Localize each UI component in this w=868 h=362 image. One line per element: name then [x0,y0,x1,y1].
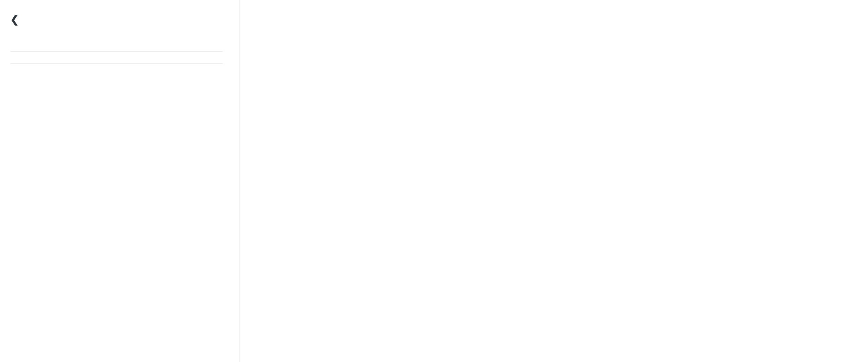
options-sidebar: ❮ [0,0,240,362]
divider [10,63,223,64]
divider [10,51,223,52]
pivot-table[interactable] [240,0,868,362]
sidebar-header: ❮ [10,14,223,25]
back-button[interactable]: ❮ [10,14,19,25]
